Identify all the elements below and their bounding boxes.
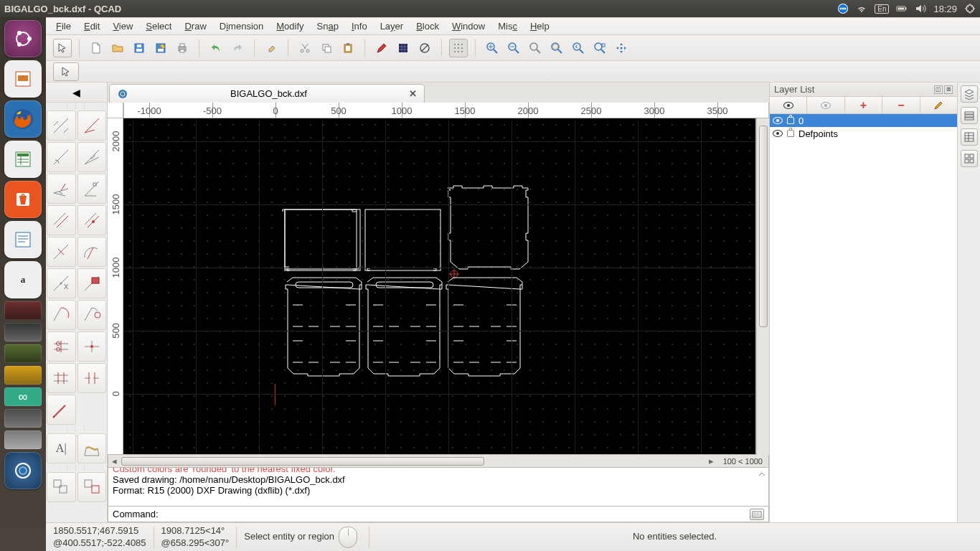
palette-handle-2[interactable]: ⋮⋮⋮ bbox=[46, 425, 107, 433]
menu-window[interactable]: Window bbox=[446, 19, 491, 33]
zoom-previous-button[interactable] bbox=[569, 39, 588, 57]
layer-list[interactable]: 0 Defpoints bbox=[770, 114, 957, 522]
layer-lock-icon[interactable] bbox=[787, 117, 794, 124]
tab-close-button[interactable]: ✕ bbox=[409, 88, 417, 99]
tool-line-horizontal[interactable] bbox=[47, 142, 76, 172]
layer-hide-all-button[interactable] bbox=[807, 97, 844, 113]
zoom-selection-button[interactable] bbox=[547, 39, 566, 57]
keyboard-indicator[interactable]: En bbox=[875, 4, 889, 14]
launcher-qcad[interactable] bbox=[4, 452, 42, 489]
tool-line-tangent[interactable] bbox=[77, 174, 107, 204]
tool-parallel[interactable] bbox=[47, 205, 76, 235]
launcher-impress[interactable] bbox=[4, 60, 42, 98]
menu-layer[interactable]: Layer bbox=[374, 19, 410, 33]
grid-display-button[interactable] bbox=[449, 39, 468, 57]
menu-misc[interactable]: Misc bbox=[492, 19, 523, 33]
horizontal-scrollbar[interactable]: ◂ ▸ 100 < 1000 bbox=[108, 455, 769, 468]
tool-trim[interactable] bbox=[47, 331, 76, 362]
battery-indicator[interactable] bbox=[896, 3, 908, 14]
tool-tangent-arc[interactable] bbox=[77, 237, 107, 267]
layer-show-all-button[interactable] bbox=[770, 97, 807, 113]
menu-snap[interactable]: Snap bbox=[311, 19, 344, 33]
launcher-calc[interactable] bbox=[4, 141, 42, 178]
layer-row-0[interactable]: 0 bbox=[770, 114, 957, 127]
layer-visibility-icon[interactable] bbox=[773, 130, 783, 137]
open-button[interactable] bbox=[108, 39, 127, 57]
session-indicator[interactable] bbox=[964, 3, 976, 14]
drawing-canvas[interactable] bbox=[123, 118, 756, 455]
tool-block-1[interactable] bbox=[47, 472, 76, 502]
tool-break-out[interactable] bbox=[77, 363, 107, 393]
zoom-window-button[interactable] bbox=[590, 39, 609, 57]
print-button[interactable] bbox=[173, 39, 192, 57]
menu-edit[interactable]: Edit bbox=[78, 19, 105, 33]
launcher-mini-6[interactable] bbox=[4, 409, 42, 428]
launcher-mini-4[interactable] bbox=[4, 366, 42, 385]
copy-button[interactable] bbox=[317, 39, 336, 57]
layer-lock-icon[interactable] bbox=[787, 130, 794, 137]
launcher-firefox[interactable] bbox=[4, 100, 42, 138]
undo-button[interactable] bbox=[207, 39, 225, 57]
tool-arc-tangent[interactable] bbox=[47, 300, 76, 330]
layer-edit-button[interactable] bbox=[920, 97, 957, 113]
pointer-tool-button[interactable] bbox=[53, 39, 72, 57]
tool-line-2points[interactable] bbox=[47, 110, 76, 141]
document-tab[interactable]: BIGALGO_bck.dxf ✕ bbox=[109, 84, 425, 103]
scroll-right-button[interactable]: ▸ bbox=[706, 456, 717, 466]
layer-panel-close-button[interactable]: ⊠ bbox=[944, 85, 953, 94]
menu-block[interactable]: Block bbox=[410, 19, 445, 33]
dock-layer-button[interactable] bbox=[961, 85, 978, 103]
snap-off-button[interactable] bbox=[415, 39, 434, 57]
launcher-mini-7[interactable] bbox=[4, 430, 42, 449]
save-button[interactable] bbox=[130, 39, 149, 57]
menu-view[interactable]: View bbox=[107, 19, 138, 33]
save-as-button[interactable] bbox=[151, 39, 170, 57]
launcher-mini-1[interactable] bbox=[4, 301, 42, 320]
console-scroll-button[interactable] bbox=[757, 469, 767, 479]
layer-visibility-icon[interactable] bbox=[773, 117, 783, 124]
zoom-auto-button[interactable] bbox=[526, 39, 545, 57]
launcher-writer[interactable] bbox=[4, 221, 42, 258]
sound-indicator[interactable] bbox=[915, 3, 926, 14]
new-button[interactable] bbox=[87, 39, 105, 57]
teamviewer-indicator[interactable] bbox=[837, 3, 849, 14]
tool-line-rect[interactable] bbox=[77, 268, 107, 298]
launcher-mini-5[interactable]: ∞ bbox=[4, 387, 42, 406]
layer-remove-button[interactable]: − bbox=[882, 97, 920, 113]
tool-line-bisector[interactable] bbox=[47, 174, 76, 204]
layer-panel-undock-button[interactable]: ◫ bbox=[934, 85, 943, 94]
layer-add-button[interactable]: + bbox=[845, 97, 882, 113]
tool-extend[interactable] bbox=[77, 331, 107, 362]
tool-freehand[interactable] bbox=[47, 395, 76, 425]
layer-row-defpoints[interactable]: Defpoints bbox=[770, 127, 957, 140]
launcher-amazon[interactable]: a bbox=[4, 261, 42, 298]
launcher-software-center[interactable] bbox=[4, 181, 42, 218]
tool-fillet[interactable] bbox=[77, 300, 107, 330]
launcher-mini-3[interactable] bbox=[4, 344, 42, 363]
cut-button[interactable] bbox=[296, 39, 314, 57]
tool-block-2[interactable] bbox=[77, 472, 107, 502]
zoom-in-button[interactable] bbox=[483, 39, 501, 57]
dock-property-button[interactable] bbox=[961, 128, 978, 146]
menu-info[interactable]: Info bbox=[346, 19, 373, 33]
palette-back-button[interactable]: ◀ bbox=[46, 83, 107, 103]
palette-handle[interactable]: ⋮⋮⋮ bbox=[46, 103, 107, 110]
tool-text[interactable]: A| bbox=[47, 433, 76, 463]
redo-button[interactable] bbox=[228, 39, 247, 57]
erase-button[interactable] bbox=[262, 39, 281, 57]
menu-file[interactable]: File bbox=[50, 19, 77, 33]
pan-button[interactable] bbox=[612, 39, 631, 57]
grid-toggle-button[interactable] bbox=[394, 39, 413, 57]
menu-draw[interactable]: Draw bbox=[179, 19, 212, 33]
menu-select[interactable]: Select bbox=[140, 19, 177, 33]
pen-button[interactable] bbox=[372, 39, 391, 57]
tool-hatch[interactable] bbox=[77, 433, 107, 463]
zoom-out-button[interactable] bbox=[504, 39, 523, 57]
dock-block-button[interactable] bbox=[961, 107, 978, 124]
menu-modify[interactable]: Modify bbox=[270, 19, 309, 33]
tool-break[interactable] bbox=[47, 363, 76, 393]
tool-line-vertical[interactable] bbox=[77, 142, 107, 172]
launcher-mini-2[interactable] bbox=[4, 323, 42, 342]
tool-parallel-through[interactable] bbox=[77, 205, 107, 235]
menu-dimension[interactable]: Dimension bbox=[214, 19, 269, 33]
